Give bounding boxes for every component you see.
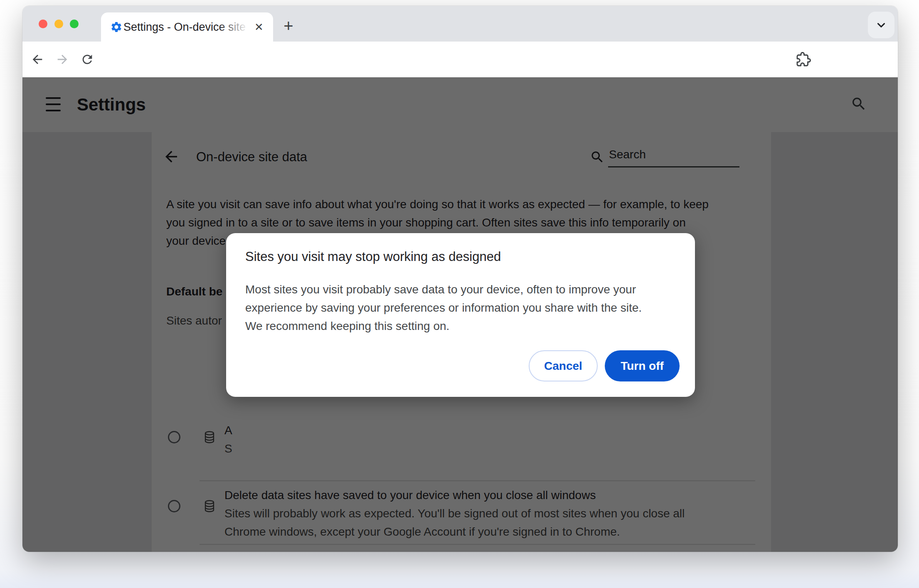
new-tab-button[interactable]: +	[278, 15, 299, 37]
confirmation-dialog: Sites you visit may stop working as desi…	[226, 233, 695, 397]
back-button[interactable]	[27, 49, 48, 70]
tab-close-icon[interactable]: ✕	[251, 19, 267, 35]
reload-icon	[80, 52, 94, 66]
dialog-title: Sites you visit may stop working as desi…	[245, 249, 501, 264]
forward-button[interactable]	[52, 49, 73, 70]
back-arrow-icon	[30, 52, 44, 66]
chevron-down-icon	[875, 19, 887, 31]
forward-arrow-icon	[55, 52, 69, 66]
reload-button[interactable]	[76, 49, 98, 70]
traffic-light-close[interactable]	[39, 20, 47, 28]
tab-title: Settings - On-device site data	[123, 21, 248, 34]
cancel-button[interactable]: Cancel	[529, 350, 598, 381]
browser-window: Settings - On-device site data ✕ +	[22, 6, 898, 552]
desktop-background: Settings - On-device site data ✕ +	[0, 0, 919, 588]
extensions-puzzle-icon	[796, 52, 811, 67]
browser-toolbar: Chrome chrome://settings/content/siteDat…	[22, 42, 898, 77]
tab-strip: Settings - On-device site data ✕ +	[22, 6, 898, 42]
extensions-button[interactable]	[793, 49, 814, 70]
turn-off-button[interactable]: Turn off	[605, 350, 680, 381]
dialog-body: Most sites you visit probably save data …	[245, 280, 678, 335]
traffic-light-minimize[interactable]	[54, 20, 63, 28]
traffic-light-zoom[interactable]	[70, 20, 79, 28]
tab-settings[interactable]: Settings - On-device site data ✕	[101, 12, 273, 42]
settings-gear-favicon	[110, 21, 123, 33]
tab-search-chevron-button[interactable]	[868, 12, 894, 38]
